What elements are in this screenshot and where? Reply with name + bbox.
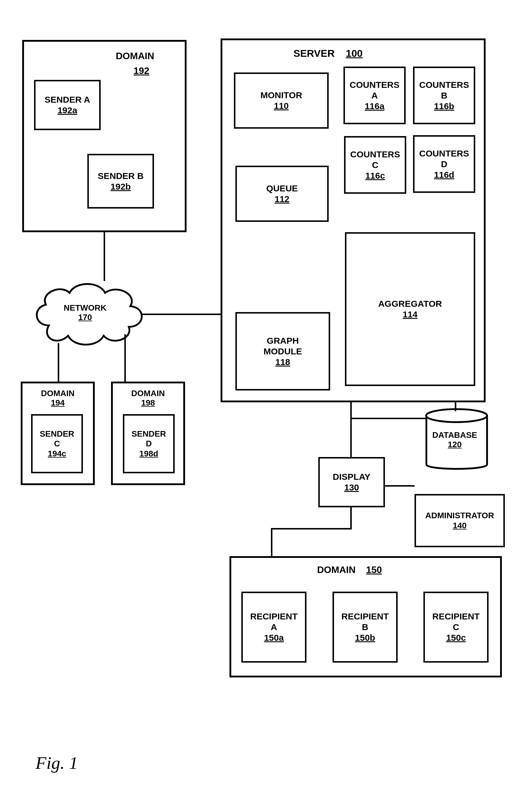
sender-d-line2: D (146, 439, 152, 449)
sender-d: SENDER D 198d (123, 414, 175, 473)
figure-caption: Fig. 1 (36, 753, 78, 773)
domain-198-title: DOMAIN 198 (113, 389, 183, 408)
counters-c-line2: C (372, 160, 378, 170)
connector-trunk-domain150-h (271, 528, 352, 530)
network-label: NETWORK 170 (64, 303, 107, 322)
connector-network-domain198 (124, 334, 126, 381)
counters-a-ref: 116a (365, 101, 385, 112)
monitor-ref: 110 (274, 101, 289, 111)
counters-c-title: COUNTERS (350, 149, 400, 160)
counters-b-line2: B (441, 90, 447, 101)
recipient-b: RECIPIENT B 150b (333, 592, 398, 663)
aggregator-title: AGGREGATOR (378, 299, 442, 309)
recipient-a-ref: 150a (264, 633, 284, 643)
aggregator-ref: 114 (403, 309, 418, 320)
connector-display-admin (385, 485, 415, 487)
server-title-text: SERVER (293, 48, 335, 59)
domain-192-ref-text: 192 (134, 66, 149, 76)
graph-ref: 118 (275, 357, 290, 367)
recipient-c: RECIPIENT C 150c (423, 592, 489, 663)
sender-c-line2: C (54, 439, 60, 449)
connector-domain192-network (103, 232, 105, 281)
counters-a: COUNTERS A 116a (344, 67, 406, 124)
connector-trunk-domain150-v (271, 528, 273, 556)
sender-a: SENDER A 192a (34, 80, 101, 130)
display-ref: 130 (344, 482, 359, 493)
sender-b-title: SENDER B (98, 171, 144, 181)
domain-150-ref: 150 (366, 564, 382, 575)
queue-title: QUEUE (266, 183, 298, 194)
counters-d-title: COUNTERS (419, 148, 469, 159)
monitor-title: MONITOR (260, 90, 302, 101)
sender-b: SENDER B 192b (87, 154, 154, 208)
administrator: ADMINISTRATOR 140 (415, 494, 505, 547)
administrator-title: ADMINISTRATOR (425, 510, 494, 521)
sender-b-ref: 192b (110, 181, 130, 192)
recipient-c-title: RECIPIENT (432, 611, 480, 622)
sender-d-title: SENDER (131, 429, 166, 439)
sender-a-ref: 192a (57, 105, 77, 116)
domain-150-title: DOMAIN 150 (317, 564, 382, 575)
domain-192-title-text: DOMAIN (116, 50, 154, 61)
counters-d-ref: 116d (434, 170, 454, 180)
counters-b: COUNTERS B 116b (413, 67, 475, 124)
counters-a-title: COUNTERS (350, 79, 400, 90)
display-title: DISPLAY (333, 472, 371, 482)
counters-b-ref: 116b (434, 101, 454, 112)
recipient-b-title: RECIPIENT (341, 611, 389, 622)
graph-title: GRAPH MODULE (257, 335, 308, 357)
domain-198-ref: 198 (113, 398, 183, 408)
queue-ref: 112 (275, 194, 289, 204)
sender-c-ref: 194c (48, 449, 66, 459)
counters-c: COUNTERS C 116c (344, 136, 406, 194)
graph-module: GRAPH MODULE 118 (235, 312, 330, 390)
database-label: DATABASE 120 (432, 431, 477, 449)
administrator-ref: 140 (453, 521, 466, 531)
recipient-c-ref: 150c (446, 633, 466, 643)
connector-server-database-h (352, 418, 427, 419)
recipient-a-title: RECIPIENT (250, 611, 297, 622)
counters-d: COUNTERS D 116d (413, 135, 475, 193)
counters-d-line2: D (441, 159, 447, 170)
figure-caption-text: Fig. 1 (36, 753, 78, 773)
aggregator: AGGREGATOR 114 (345, 232, 475, 386)
connector-server-database-v (455, 402, 456, 411)
sender-c-title: SENDER (40, 429, 74, 439)
connector-display-bus (350, 507, 352, 530)
connector-network-domain194 (58, 343, 59, 381)
domain-192-ref: 192 (134, 66, 149, 76)
recipient-b-ref: 150b (355, 633, 375, 643)
counters-a-line2: A (371, 90, 378, 101)
display: DISPLAY 130 (318, 457, 385, 507)
server-ref: 100 (346, 48, 363, 59)
recipient-a: RECIPIENT A 150a (241, 592, 306, 663)
connector-server-trunk (350, 402, 352, 457)
domain-194-title-text: DOMAIN (23, 389, 93, 398)
recipient-a-line2: A (270, 622, 277, 633)
monitor: MONITOR 110 (234, 72, 329, 129)
domain-198-title-text: DOMAIN (113, 389, 183, 398)
counters-b-title: COUNTERS (419, 79, 469, 90)
server-title: SERVER 100 (293, 48, 363, 59)
domain-194-title: DOMAIN 194 (23, 389, 93, 408)
recipient-b-line2: B (362, 622, 368, 633)
recipient-c-line2: C (453, 622, 459, 633)
queue: QUEUE 112 (235, 166, 329, 222)
sender-a-title: SENDER A (45, 95, 90, 105)
sender-d-ref: 198d (139, 449, 158, 459)
domain-150-title-text: DOMAIN (317, 564, 355, 575)
domain-192-title: DOMAIN (116, 50, 154, 61)
database-ref: 120 (432, 440, 477, 449)
sender-c: SENDER C 194c (31, 414, 83, 473)
connector-network-server (142, 314, 221, 315)
counters-c-ref: 116c (365, 170, 385, 181)
network-title: NETWORK (64, 303, 107, 313)
domain-194-ref: 194 (23, 398, 93, 408)
svg-point-0 (426, 409, 487, 422)
database-title: DATABASE (432, 431, 477, 440)
network-ref: 170 (64, 313, 107, 322)
